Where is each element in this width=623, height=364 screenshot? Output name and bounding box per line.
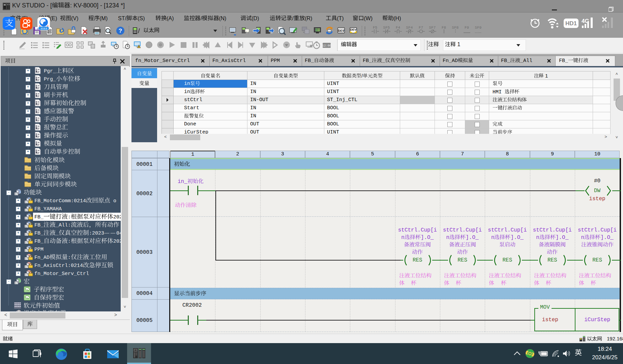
svg-text:HD1: HD1 <box>565 20 577 27</box>
svg-text::8:8:8: :8:8:8 <box>40 27 47 30</box>
svg-text:12:00: 12:00 <box>322 44 331 48</box>
svg-text:?: ? <box>119 28 122 34</box>
svg-text:DEV: DEV <box>350 28 357 31</box>
svg-text:DEV: DEV <box>338 29 345 32</box>
